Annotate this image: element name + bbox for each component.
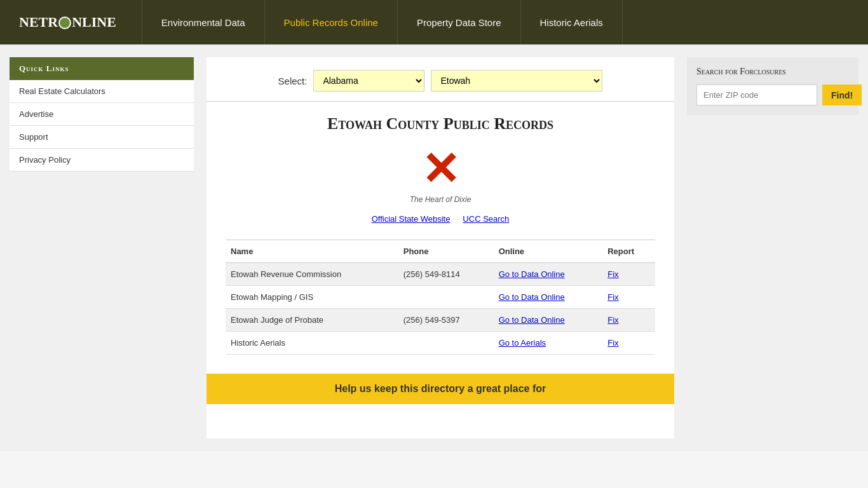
county-select[interactable]: Etowah Baldwin Jefferson Madison Mobile (431, 70, 602, 92)
main-nav: Environmental Data Public Records Online… (142, 0, 623, 44)
sidebar-item-privacy[interactable]: Privacy Policy (10, 149, 194, 172)
row-phone: (256) 549-5397 (398, 309, 494, 332)
header: NETRNLINE Environmental Data Public Reco… (0, 0, 868, 44)
records-table: Name Phone Online Report Etowah Revenue … (226, 240, 655, 355)
state-symbol: ✕ (226, 146, 655, 192)
foreclosure-title: Search for Forclosures (696, 67, 849, 77)
logo[interactable]: NETRNLINE (19, 14, 116, 30)
col-phone: Phone (398, 240, 494, 263)
row-phone: (256) 549-8114 (398, 263, 494, 286)
row-name: Historic Aerials (226, 332, 398, 355)
sidebar-item-support[interactable]: Support (10, 126, 194, 149)
globe-icon (58, 17, 71, 29)
state-select[interactable]: Alabama Alaska Arizona Arkansas Californ… (313, 70, 424, 92)
col-online: Online (494, 240, 603, 263)
row-online[interactable]: Go to Aerials (494, 332, 603, 355)
nav-public-records[interactable]: Public Records Online (265, 0, 398, 44)
main-content: Select: Alabama Alaska Arizona Arkansas … (207, 57, 674, 438)
col-name: Name (226, 240, 398, 263)
state-caption: The Heart of Dixie (226, 195, 655, 204)
foreclosure-form: Find! (696, 85, 849, 105)
row-report[interactable]: Fix (602, 309, 655, 332)
table-row: Etowah Judge of Probate (256) 549-5397 G… (226, 309, 655, 332)
row-name: Etowah Judge of Probate (226, 309, 398, 332)
sidebar-item-advertise[interactable]: Advertise (10, 103, 194, 126)
state-links: Official State Website UCC Search (226, 214, 655, 224)
state-x-icon: ✕ (421, 146, 459, 192)
county-title: Etowah County Public Records (226, 114, 655, 133)
row-phone (398, 286, 494, 309)
select-row: Select: Alabama Alaska Arizona Arkansas … (207, 57, 674, 102)
row-online[interactable]: Go to Data Online (494, 286, 603, 309)
row-phone (398, 332, 494, 355)
zip-input[interactable] (696, 85, 817, 105)
cta-banner: Help us keep this directory a great plac… (207, 374, 674, 404)
official-state-website-link[interactable]: Official State Website (372, 214, 451, 224)
nav-environmental-data[interactable]: Environmental Data (142, 0, 265, 44)
county-content: Etowah County Public Records ✕ The Heart… (207, 102, 674, 367)
col-report: Report (602, 240, 655, 263)
foreclosure-box: Search for Forclosures Find! (687, 57, 858, 115)
row-name: Etowah Revenue Commission (226, 263, 398, 286)
nav-historic-aerials[interactable]: Historic Aerials (521, 0, 623, 44)
row-online[interactable]: Go to Data Online (494, 263, 603, 286)
select-label: Select: (278, 76, 308, 86)
table-row: Etowah Mapping / GIS Go to Data Online F… (226, 286, 655, 309)
row-report[interactable]: Fix (602, 332, 655, 355)
row-online[interactable]: Go to Data Online (494, 309, 603, 332)
nav-property-data[interactable]: Property Data Store (398, 0, 521, 44)
ucc-search-link[interactable]: UCC Search (463, 214, 509, 224)
row-report[interactable]: Fix (602, 286, 655, 309)
find-button[interactable]: Find! (822, 85, 862, 105)
row-name: Etowah Mapping / GIS (226, 286, 398, 309)
row-report[interactable]: Fix (602, 263, 655, 286)
main-layout: Quick Links Real Estate Calculators Adve… (0, 44, 868, 451)
sidebar-item-real-estate[interactable]: Real Estate Calculators (10, 80, 194, 103)
sidebar: Quick Links Real Estate Calculators Adve… (10, 57, 194, 438)
sidebar-title: Quick Links (10, 57, 194, 80)
table-row: Etowah Revenue Commission (256) 549-8114… (226, 263, 655, 286)
table-row: Historic Aerials Go to Aerials Fix (226, 332, 655, 355)
right-panel: Search for Forclosures Find! (687, 57, 858, 438)
